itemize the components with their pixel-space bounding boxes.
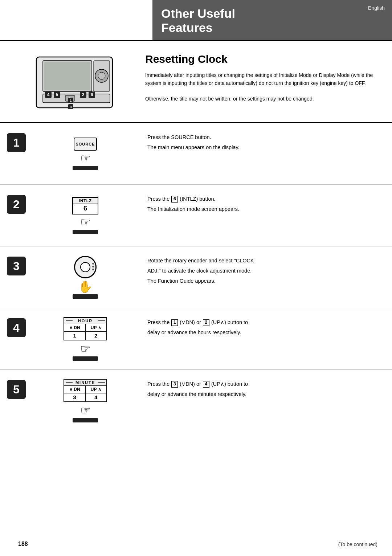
minute-buttons-row: ∨ DN UP ∧: [64, 386, 106, 393]
minute-num-3: 3: [64, 393, 86, 401]
step-1-number-col: 1: [0, 123, 29, 184]
device-svg: 1 4 5 2 6 1 3: [29, 50, 120, 115]
encoder-inner: [80, 262, 90, 272]
encoder-circle: [74, 256, 97, 278]
hand-pointing-icon-2: ☞: [80, 215, 91, 229]
hour-dn-btn: ∨ DN: [64, 324, 86, 331]
device-illustration: 1 4 5 2 6 1 3: [0, 41, 142, 122]
hour-up-btn: UP ∧: [86, 324, 107, 331]
hour-buttons-row: ∨ DN UP ∧: [64, 324, 106, 332]
intlz-label: INTLZ: [73, 198, 98, 204]
step-2-description: Press the 6 (INTLZ) button. The Initiali…: [142, 185, 392, 246]
page-title: Other Useful Features: [161, 7, 383, 35]
intlz-box-graphic: INTLZ 6: [72, 197, 98, 214]
hour-num-2: 2: [86, 332, 107, 340]
step-5-row: 5 MINUTE ∨ DN UP ∧ 3 4 ☞ Press the 3 (∨D…: [0, 370, 392, 432]
step-5-number: 5: [7, 380, 26, 399]
intlz-button-illustration: INTLZ 6 ☞: [72, 197, 98, 234]
encoder-dots: [92, 263, 94, 270]
hour-numbers-row: 1 2: [64, 332, 106, 340]
language-label: English: [368, 5, 385, 11]
step-2-number: 2: [7, 195, 26, 214]
hour-buttons-illustration: HOUR ∨ DN UP ∧ 1 2 ☞: [64, 317, 107, 361]
header-left-space: [0, 0, 152, 40]
press-bar-graphic-5: [73, 418, 98, 422]
press-bar-graphic-4: [73, 356, 98, 361]
svg-point-5: [98, 72, 105, 79]
svg-text:3: 3: [70, 105, 72, 109]
svg-text:5: 5: [56, 92, 58, 97]
hour-label: HOUR: [64, 318, 106, 324]
step-4-number: 4: [7, 318, 26, 337]
minute-dn-btn: ∨ DN: [64, 386, 86, 393]
hour-box-graphic: HOUR ∨ DN UP ∧ 1 2: [64, 317, 107, 340]
svg-text:6: 6: [91, 92, 93, 97]
press-bar-graphic-2: [73, 230, 98, 234]
step-4-row: 4 HOUR ∨ DN UP ∧ 1 2 ☞ Press the 1 (∨DN)…: [0, 308, 392, 370]
step-5-description: Press the 3 (∨DN) or 4 (UP∧) button to d…: [142, 370, 392, 432]
inline-num-2: 2: [203, 319, 209, 326]
step-2-illustration: INTLZ 6 ☞: [29, 185, 142, 246]
svg-text:1: 1: [70, 99, 72, 102]
minute-numbers-row: 3 4: [64, 393, 106, 401]
step-5-illustration: MINUTE ∨ DN UP ∧ 3 4 ☞: [29, 370, 142, 432]
step-3-number-col: 3: [0, 246, 29, 308]
step-2-number-col: 2: [0, 185, 29, 246]
svg-text:4: 4: [47, 92, 50, 97]
hand-pointing-icon-4: ☞: [80, 342, 91, 356]
minute-num-4: 4: [86, 393, 107, 401]
hand-rotate-icon: ✋: [78, 280, 93, 294]
top-content-area: 1 4 5 2 6 1 3 Resetting Clock Immediatel…: [0, 41, 392, 123]
section-title: Resetting Clock: [145, 50, 382, 68]
inline-num-4: 4: [203, 381, 209, 388]
step-3-row: 3 ✋ Rotate the rotary encoder and select…: [0, 246, 392, 308]
page-number: 188: [18, 541, 28, 547]
intlz-number: 6: [73, 204, 98, 214]
step-3-description: Rotate the rotary encoder and select "CL…: [142, 246, 392, 308]
inline-num-1: 1: [171, 319, 178, 326]
press-bar-graphic: [73, 166, 98, 170]
inline-num-3: 3: [171, 381, 178, 388]
svg-rect-6: [43, 94, 110, 103]
step-5-number-col: 5: [0, 370, 29, 432]
rotary-encoder-illustration: ✋: [73, 256, 98, 299]
step-1-description: Press the SOURCE button. The main menu a…: [142, 123, 392, 184]
step-3-number: 3: [7, 257, 26, 275]
inline-num-6: 6: [171, 196, 178, 203]
step-4-description: Press the 1 (∨DN) or 2 (UP∧) button to d…: [142, 308, 392, 369]
minute-up-btn: UP ∧: [86, 386, 107, 393]
page-header: English Other Useful Features: [0, 0, 392, 41]
step-1-illustration: SOURCE ☞: [29, 123, 142, 184]
section-description: Immediately after inputting titles or ch…: [145, 71, 382, 103]
source-button-illustration: SOURCE ☞: [73, 138, 98, 170]
press-bar-graphic-3: [73, 294, 98, 299]
hand-pointing-icon: ☞: [80, 151, 91, 165]
step-1-row: 1 SOURCE ☞ Press the SOURCE button. The …: [0, 123, 392, 185]
minute-buttons-illustration: MINUTE ∨ DN UP ∧ 3 4 ☞: [64, 379, 107, 422]
minute-label: MINUTE: [64, 380, 106, 386]
svg-rect-2: [44, 62, 90, 90]
hand-pointing-icon-5: ☞: [80, 404, 91, 417]
section-desc-area: Resetting Clock Immediately after inputt…: [142, 41, 392, 122]
header-right: English Other Useful Features: [152, 0, 392, 40]
svg-text:2: 2: [82, 92, 85, 97]
source-btn-graphic: SOURCE: [74, 138, 97, 151]
minute-box-graphic: MINUTE ∨ DN UP ∧ 3 4: [64, 379, 107, 402]
step-2-row: 2 INTLZ 6 ☞ Press the 6 (INTLZ) button. …: [0, 185, 392, 246]
step-4-number-col: 4: [0, 308, 29, 369]
continued-label: (To be continued): [338, 541, 377, 547]
step-3-illustration: ✋: [29, 246, 142, 308]
hour-num-1: 1: [64, 332, 86, 340]
step-4-illustration: HOUR ∨ DN UP ∧ 1 2 ☞: [29, 308, 142, 369]
step-1-number: 1: [7, 133, 26, 152]
